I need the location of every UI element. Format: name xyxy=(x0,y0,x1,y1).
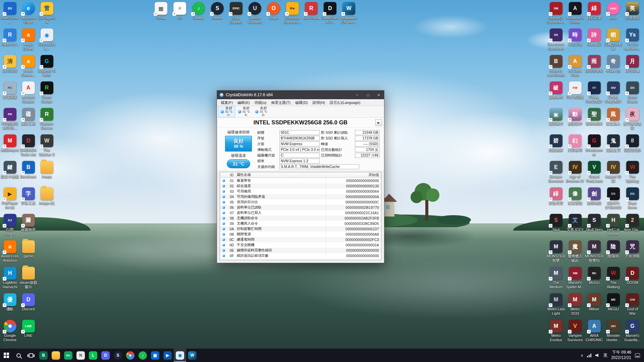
desktop-icon-metro-last-light[interactable]: M Metro Last Light Redux xyxy=(546,293,566,319)
desktop-icon-screen-keyboard[interactable]: 鍵 螢幕小鍵盤 xyxy=(1,160,19,187)
taskbar-app-chrome[interactable] xyxy=(124,349,137,362)
desktop-icon-walking-dead-1[interactable]: W The Walking Dead: The... xyxy=(604,266,623,293)
desktop-icon-riot-client[interactable]: R Riot Client xyxy=(302,1,321,28)
desktop-icon-hiu-music[interactable]: 雨 緋雨音樂祭 xyxy=(585,54,604,81)
desktop-icon-disk-tool[interactable]: 碟 磁碟工具 xyxy=(19,107,38,134)
desktop-icon-jujutsu[interactable]: 咒 咒術迴戰 xyxy=(623,240,642,266)
desktop-icon-youku[interactable]: 優 優酷 xyxy=(1,293,19,319)
desktop-icon-kimetsu[interactable]: 鬼 鬼滅之刃 xyxy=(604,134,623,160)
speaker-icon[interactable] xyxy=(595,353,600,357)
desktop-icon-seiken3[interactable]: 聖 聖劍傳說3 xyxy=(585,107,604,134)
action-center-icon[interactable] xyxy=(635,353,640,358)
desktop-icon-subtitle-tool[interactable]: 字 字幕工具 xyxy=(19,187,38,213)
taskbar-app-store[interactable]: ▣ xyxy=(149,349,161,362)
desktop-icon-metro-exodus[interactable]: M Metro Exodus xyxy=(546,319,566,346)
menu-item[interactable]: 語言(L)(Language) xyxy=(327,100,363,105)
desktop-icon-dead-space[interactable]: DS Dead Space xyxy=(623,81,642,107)
menu-item[interactable]: 磁碟(D) xyxy=(293,100,310,105)
desktop-icon-shiki-senki[interactable]: 詩 詩姬戰記 xyxy=(585,28,604,54)
window-titlebar[interactable]: CrystalDiskInfo 8.17.6 x64 − □ × xyxy=(217,90,384,99)
desktop-icon-genjitsu[interactable]: 幻 幻日夜羽 xyxy=(566,134,585,160)
desktop-icon-ff14[interactable]: XIV FINAL FANTASY XIV xyxy=(604,81,623,107)
smart-table-row[interactable]: 0D 不安全關機 000000000000002A xyxy=(220,242,381,248)
desktop-icon-megasync[interactable]: M MEGAsync xyxy=(1,134,19,160)
desktop-icon-resident-evil-8[interactable]: 8 惡靈古堡8 xyxy=(623,134,642,160)
desktop-icon-daemon-tools[interactable]: D DAEMON Tools Lite xyxy=(19,134,38,160)
desktop-icon-rockstar[interactable]: R★ Rockstar Games L... xyxy=(283,1,302,28)
taskbar-app-discord[interactable]: D xyxy=(99,349,112,362)
taskbar-app-crystaldiskinfo[interactable]: ◉ xyxy=(174,349,186,362)
desktop-icon-the-medium[interactable]: M The Medium xyxy=(546,266,566,293)
smart-table-row[interactable]: 02 綜合溫度 0000000000000130 xyxy=(220,183,381,189)
next-drive-button[interactable]: ▶ xyxy=(375,119,382,126)
desktop-icon-as-dusk-falls[interactable]: A As Dusk Falls xyxy=(566,54,585,81)
desktop-icon-osu[interactable]: osu! osu! xyxy=(604,1,623,28)
taskbar-task-view-button[interactable] xyxy=(25,349,37,362)
desktop-icon-text-00[interactable]: ≡ 0.0 xyxy=(170,1,189,28)
desktop-icon-bandicam[interactable]: B Bandicam xyxy=(19,160,38,187)
smart-table-row[interactable]: 08 主機讀取命令 000000002AB2F3FB xyxy=(220,216,381,221)
drive-tab[interactable]: 良好 31 °C E: xyxy=(236,106,253,117)
drive-tab[interactable]: 良好 31 °C D: xyxy=(253,106,270,117)
desktop-icon-skull-hero[interactable]: S Skull Hero xyxy=(585,213,604,240)
desktop-icon-aspect-empire[interactable]: IV Aspect 帝國 xyxy=(604,160,623,187)
smart-table-row[interactable]: 0B 關閉電源 00000000000006A8 xyxy=(220,232,381,237)
desktop-icon-witcher3[interactable]: W The Witcher 3 Wild Hunt xyxy=(38,134,56,160)
menu-item[interactable]: 佈景主題(T) xyxy=(269,100,293,105)
desktop-icon-radeon-relive[interactable]: R Radeon ReLive xyxy=(38,107,56,134)
desktop-icon-fw-special[interactable]: FW FW 特別版 xyxy=(566,81,585,107)
desktop-icon-origin[interactable]: O Origin xyxy=(264,1,283,28)
desktop-icon-ldplayer[interactable]: 雷 LDPlayer64 xyxy=(38,1,56,28)
taskbar-app-movies-tv[interactable]: ▶ xyxy=(161,349,174,362)
input-language-indicator[interactable]: 英 xyxy=(603,353,607,358)
desktop-icon-doom[interactable]: D DOOM xyxy=(623,266,642,293)
desktop-icon-pr-zhuyin-notes[interactable]: PR PR在哪找新注音... xyxy=(1,107,19,134)
desktop-icon-assassins-creed[interactable]: A Assassin's Creed xyxy=(566,1,585,28)
health-status-box[interactable]: 良好 88 % xyxy=(225,136,252,152)
desktop-icon-ff7[interactable]: FF FINAL FANTASY VII xyxy=(585,81,604,107)
desktop-icon-google-chrome[interactable]: Google Chrome xyxy=(1,319,19,346)
desktop-icon-spiderman-miles[interactable]: SM Marvel's Spider-M... xyxy=(566,266,585,293)
desktop-icon-ys8[interactable]: Ys Ys VIII Lacrimo... xyxy=(623,28,642,54)
desktop-icon-thumbnails[interactable]: 圖 縮圖檢視 xyxy=(19,213,38,240)
desktop-icon-item-gla[interactable]: 2 Item Gla... xyxy=(623,213,642,240)
desktop-icon-notebook-manager[interactable]: PC 筆電管家 xyxy=(1,81,19,107)
network-icon[interactable] xyxy=(587,353,592,357)
taskbar-app-bg[interactable]: BG xyxy=(62,349,74,362)
taskbar-search-button[interactable] xyxy=(12,349,25,362)
taskbar-app-steam[interactable]: S xyxy=(112,349,124,362)
desktop-icon-bravery-and-greed[interactable]: B Bravery and Greed xyxy=(546,54,566,81)
desktop-icon-discord[interactable]: D Discord xyxy=(19,293,38,319)
desktop-icon-vampire-survivors[interactable]: V Vampire Survivors xyxy=(566,319,585,346)
desktop-icon-heaven-burns-red[interactable]: 緋 緋染天空 xyxy=(546,187,566,213)
desktop-icon-avast-cleanup[interactable]: a Avast Clearu... xyxy=(19,54,38,81)
desktop-icon-photo-1[interactable]: ▣ 風景圖片 xyxy=(546,107,566,134)
temperature-box[interactable]: 31 °C xyxy=(227,159,250,168)
desktop-icon-avast-driver-updater[interactable]: a Avast Driver Updater xyxy=(19,28,38,54)
desktop-icon-shoai[interactable]: ▦ Shoai xyxy=(152,1,170,28)
desktop-icon-skul[interactable]: S Skul xyxy=(546,213,566,240)
desktop-icon-bluescreenview[interactable]: BS BlueScree... xyxy=(1,1,19,28)
desktop-icon-spiderman[interactable]: SM Marvel's Spider-M... xyxy=(546,1,566,28)
desktop-icon-guardians[interactable]: G Marvel's Guardia... xyxy=(623,319,642,346)
desktop-icon-monster-musou[interactable]: M MONSTER 無雙 xyxy=(546,240,566,266)
desktop-icon-ghostrunner[interactable]: G Ghostrunner xyxy=(585,134,604,160)
taskbar-app-wallpaper-engine[interactable]: W xyxy=(186,349,199,362)
smart-table-row[interactable]: 09 主機寫入命令 0000000032BC89D5 xyxy=(220,221,381,226)
desktop-icon-touhou-mystia[interactable]: 夜 東方夜雀食堂 xyxy=(623,107,642,134)
desktop-icon-journey[interactable]: 風 風之旅人 xyxy=(604,107,623,134)
desktop-icon-scarlet-moon[interactable]: 月 緋月之舞 xyxy=(623,54,642,81)
desktop-icon-potplayer[interactable]: ▶ PotPlayer 64 bit xyxy=(1,187,19,213)
desktop-icon-crystaldiskinfo[interactable]: ◉ CrystalDisk... xyxy=(38,28,56,54)
tray-expand-chevron-icon[interactable]: ∧ xyxy=(581,353,583,358)
menu-item[interactable]: 檔案(F) xyxy=(218,100,235,105)
desktop-icon-hell-let-loose[interactable]: H Hell Let Loose xyxy=(604,213,623,240)
desktop-icon-megu[interactable]: ME MEGU xyxy=(604,293,623,319)
desktop-icon-milner[interactable]: M Milner xyxy=(585,293,604,319)
smart-table-row[interactable]: 05 使用的百分比 000000000000000C xyxy=(220,199,381,205)
desktop-icon-monster-hunter[interactable]: MH Monster Hunter... xyxy=(604,319,623,346)
desktop-icon-age-of-empires-4[interactable]: IV Age of Empires IV xyxy=(566,160,585,187)
minimize-button[interactable]: − xyxy=(352,90,363,99)
desktop-icon-spotify[interactable]: ♪ Spotify xyxy=(189,1,208,28)
desktop-icon-days-gone[interactable]: DG Days Gone xyxy=(623,187,642,213)
